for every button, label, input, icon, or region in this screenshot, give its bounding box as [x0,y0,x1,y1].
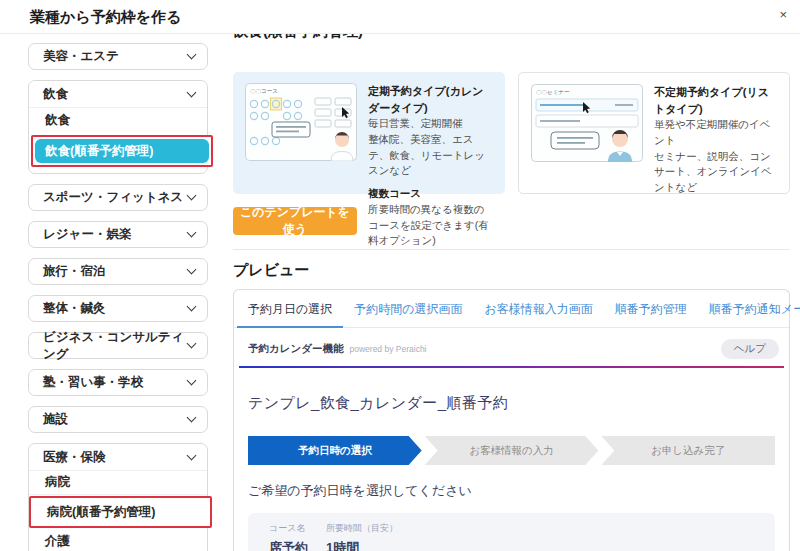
sidebar-item-food[interactable]: 飲食 [29,108,207,132]
chevron-down-icon [187,413,197,423]
course-name-value: 席予約 [269,539,311,551]
sidebar-item-label: 施設 [43,411,68,428]
sidebar-item-label: 旅行・宿泊 [43,263,106,280]
sidebar-item-business[interactable]: ビジネス・コンサルティング [28,332,208,359]
sidebar-group-food: 飲食 飲食 飲食(順番予約管理) [28,80,208,174]
speech-bubble [272,122,310,137]
chevron-down-icon [187,376,197,386]
instruction-text: ご希望の予約日時を選択してください [248,482,775,500]
card-title: 定期予約タイプ(カレンダータイプ) [368,83,493,116]
brand-gradient-bar [239,366,784,368]
card-calendar-text: 定期予約タイプ(カレンダータイプ) 毎日営業、定期開催 整体院、美容室、エステ、… [368,83,493,183]
use-template-button[interactable]: このテンプレートを使う [233,207,357,235]
card-calendar-type: 〇〇コース [233,72,505,194]
chevron-down-icon [187,87,197,97]
close-icon[interactable]: × [779,8,787,21]
sidebar-item-label: 美容・エステ [43,48,119,65]
step-complete: お申し込み完了 [601,436,775,465]
card-list-text: 不定期予約タイプ(リストタイプ) 単発や不定期開催のイベント セミナー、説明会、… [654,84,777,182]
divider [233,249,790,250]
sidebar-item-label: レジャー・娯楽 [43,226,131,243]
template-type-cards: 〇〇コース [233,72,790,194]
sidebar-item-label: 飲食 [45,112,70,129]
highlight-box-food-junban: 飲食(順番予約管理) [31,135,213,167]
card-line: 整体院、美容室、エステ、飲食、リモートレッスンなど [368,132,493,179]
sidebar-item-facility[interactable]: 施設 [28,406,208,433]
sidebar-item-label: 塾・習い事・学校 [43,374,143,391]
sidebar-item-label: 病院 [45,474,70,491]
chevron-down-icon [187,450,197,460]
sidebar-item-sports[interactable]: スポーツ・フィットネス [28,184,208,211]
sidebar-item-seitai[interactable]: 整体・鍼灸 [28,295,208,322]
chevron-down-icon [187,50,197,60]
card-list-type: 〇〇セミナー 不定期予 [518,72,790,194]
category-sidebar: 美容・エステ 飲食 飲食 飲食(順番予約管理) スポーツ・フィットネス レジャー… [28,43,208,551]
sidebar-item-label: 飲食 [43,86,68,103]
tab-junban-manage[interactable]: 順番予約管理 [604,290,698,328]
card-line: 所要時間の異なる複数のコースを設定できます(有料オプション) [368,202,493,249]
course-duration-column: 所要時間（目安） 1時間 [326,522,398,551]
thumb-label: 〇〇セミナー [536,89,569,95]
sidebar-item-hospital[interactable]: 病院 [29,471,207,495]
calendar-type-illustration: 〇〇コース [245,83,357,161]
highlight-box-hospital-junban: 病院(順番予約管理) [29,496,212,528]
sidebar-item-hospital-junban[interactable]: 病院(順番予約管理) [31,498,210,526]
sidebar-item-care[interactable]: 介護 [29,529,207,551]
sidebar-item-label: 飲食(順番予約管理) [45,143,153,160]
progress-steps: 予約日時の選択 お客様情報の入力 お申し込み完了 [248,436,775,465]
course-name-label: コース名 [269,522,311,535]
preview-widget-header: 予約カレンダー機能 powered by Peraichi ヘルプ [234,328,789,366]
sidebar-item-food-junban-selected[interactable]: 飲食(順番予約管理) [35,139,209,163]
tab-time-select[interactable]: 予約時間の選択画面 [343,290,473,328]
card-line: 毎日営業、定期開催 [368,116,493,132]
card-title: 不定期予約タイプ(リストタイプ) [654,84,777,117]
sidebar-item-leisure[interactable]: レジャー・娯楽 [28,221,208,248]
sidebar-item-label: 医療・保険 [43,449,106,466]
sidebar-item-school[interactable]: 塾・習い事・学校 [28,369,208,396]
chevron-down-icon [187,191,197,201]
main-content: 飲食(順番予約管理) 〇〇コース [233,14,790,551]
tab-date-select[interactable]: 予約月日の選択 [237,290,343,328]
course-row[interactable]: コース名 席予約 所要時間（目安） 1時間 [248,513,775,551]
sidebar-item-beauty[interactable]: 美容・エステ [28,43,208,70]
sidebar-item-food-group[interactable]: 飲食 [29,81,207,108]
chevron-down-icon [187,265,197,275]
preview-tabs: 予約月日の選択 予約時間の選択画面 お客様情報入力画面 順番予約管理 順番予約通… [234,290,789,328]
sidebar-item-label: ビジネス・コンサルティング [43,329,188,363]
widget-title: 予約カレンダー機能 [248,342,343,356]
step-date-select: 予約日時の選択 [248,436,422,465]
thumb-label: 〇〇コース [250,88,278,94]
sidebar-item-label: 介護 [45,533,70,550]
preview-heading: プレビュー [233,261,790,280]
preview-page-title: テンプレ_飲食_カレンダー_順番予約 [248,394,775,413]
sidebar-item-label: 整体・鍼灸 [43,300,106,317]
tab-junban-mail[interactable]: 順番予約通知メール [698,290,800,328]
card-line: セミナー、説明会、コンサート、オンラインイベントなど [654,149,777,196]
list-type-illustration: 〇〇セミナー [531,84,643,162]
sidebar-group-medical: 医療・保険 病院 病院(順番予約管理) 介護 [28,443,208,551]
sidebar-item-medical-group[interactable]: 医療・保険 [29,444,207,471]
sidebar-item-travel[interactable]: 旅行・宿泊 [28,258,208,285]
speech-bubble [551,132,599,149]
card-subtitle: 複数コース [368,186,493,202]
tab-customer-info[interactable]: お客様情報入力画面 [474,290,604,328]
step-customer-input: お客様情報の入力 [425,436,599,465]
powered-by-label: powered by Peraichi [349,344,426,354]
card-line: 単発や不定期開催のイベント [654,117,777,149]
sidebar-item-label: 病院(順番予約管理) [47,504,155,521]
preview-panel: 予約月日の選択 予約時間の選択画面 お客様情報入力画面 順番予約管理 順番予約通… [233,289,790,551]
modal-header: 業種から予約枠を作る × [0,0,800,34]
chevron-down-icon [187,339,197,349]
help-button[interactable]: ヘルプ [721,339,779,359]
course-duration-value: 1時間 [326,539,398,551]
course-duration-label: 所要時間（目安） [326,522,398,535]
course-name-column: コース名 席予約 [269,522,311,551]
chevron-down-icon [187,302,197,312]
modal-title: 業種から予約枠を作る [30,8,181,27]
chevron-down-icon [187,228,197,238]
sidebar-item-label: スポーツ・フィットネス [43,189,183,206]
